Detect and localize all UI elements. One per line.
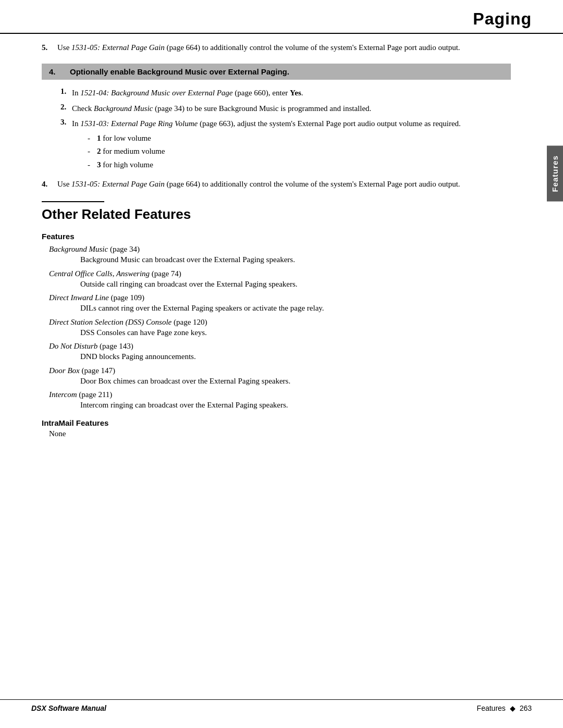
feature-page-bg-music: (page 34) — [110, 245, 140, 253]
feature-name-bg-music: Background Music — [49, 245, 108, 253]
step-4b-text: Use 1531-05: External Page Gain (page 66… — [57, 180, 460, 188]
feature-desc-co-calls: Outside call ringing can broadcast over … — [80, 278, 511, 290]
step-4b-number: 4. — [42, 180, 47, 189]
sub-step-2-num: 2. — [60, 103, 72, 112]
feature-desc-dnd: DND blocks Paging announcements. — [80, 351, 511, 363]
feature-page-dss: (page 120) — [174, 318, 207, 326]
feature-name-doorbox: Door Box — [49, 366, 80, 375]
step-4-title: Optionally enable Background Music over … — [70, 67, 289, 76]
sub-step-1-num: 1. — [60, 87, 72, 96]
section-divider — [42, 201, 104, 202]
feature-item-dnd: Do Not Disturb (page 143) DND blocks Pag… — [49, 342, 511, 363]
features-section: Features Background Music (page 34) Back… — [42, 232, 511, 438]
other-related-title: Other Related Features — [42, 206, 511, 223]
step-5-number: 5. — [42, 43, 47, 52]
sub-step-3-content: In 1531-03: External Page Ring Volume (p… — [72, 118, 461, 174]
feature-page-dil: (page 109) — [111, 293, 144, 302]
intramail-heading: IntraMail Features — [42, 418, 511, 427]
step-4-number: 4. — [49, 67, 59, 76]
feature-desc-dss: DSS Consoles can have Page zone keys. — [80, 327, 511, 339]
step-4-header: 4. Optionally enable Background Music ov… — [42, 64, 511, 80]
sub-steps: 1. In 1521-04: Background Music over Ext… — [42, 87, 511, 174]
footer-features-label: Features — [477, 704, 506, 712]
page-title: Paging — [473, 9, 532, 29]
feature-item-doorbox: Door Box (page 147) Door Box chimes can … — [49, 366, 511, 387]
footer-right: Features ◆ 263 — [477, 704, 532, 712]
volume-list: 1 for low volume 2 for medium volume 3 f… — [72, 132, 461, 172]
feature-name-co-calls: Central Office Calls, Answering — [49, 269, 150, 278]
main-content: 5. Use 1531-05: External Page Gain (page… — [0, 43, 563, 438]
feature-item-dil: Direct Inward Line (page 109) DILs canno… — [49, 293, 511, 314]
features-heading: Features — [42, 232, 511, 241]
footer-page-number: 263 — [520, 704, 532, 712]
side-tab: Features — [547, 146, 563, 202]
step-4b-block: 4. Use 1531-05: External Page Gain (page… — [42, 180, 511, 189]
feature-item-dss: Direct Station Selection (DSS) Console (… — [49, 318, 511, 339]
sub-step-3: 3. In 1531-03: External Page Ring Volume… — [60, 118, 511, 174]
sub-step-1-content: In 1521-04: Background Music over Extern… — [72, 87, 303, 99]
intramail-none: None — [49, 429, 511, 438]
volume-item-2: 2 for medium volume — [88, 145, 461, 158]
footer: DSX Software Manual Features ◆ 263 — [0, 699, 563, 712]
feature-desc-dil: DILs cannot ring over the External Pagin… — [80, 302, 511, 314]
step-5-block: 5. Use 1531-05: External Page Gain (page… — [42, 43, 511, 52]
volume-item-3: 3 for high volume — [88, 158, 461, 172]
feature-desc-intercom: Intercom ringing can broadcast over the … — [80, 399, 511, 411]
sub-step-3-num: 3. — [60, 118, 72, 127]
feature-item-bg-music: Background Music (page 34) Background Mu… — [49, 245, 511, 266]
step-5-italic: 1531-05: External Page Gain — [71, 43, 165, 52]
feature-page-doorbox: (page 147) — [82, 366, 116, 375]
feature-page-intercom: (page 211) — [79, 390, 112, 399]
volume-item-1: 1 for low volume — [88, 132, 461, 145]
step-5-text: Use 1531-05: External Page Gain (page 66… — [57, 43, 460, 52]
feature-page-co-calls: (page 74) — [152, 269, 181, 278]
footer-left: DSX Software Manual — [31, 704, 106, 712]
feature-name-dnd: Do Not Disturb — [49, 342, 97, 350]
feature-name-intercom: Intercom — [49, 390, 77, 399]
sub-step-2-content: Check Background Music (page 34) to be s… — [72, 103, 371, 115]
feature-name-dss: Direct Station Selection (DSS) Console — [49, 318, 172, 326]
title-bar: Paging — [0, 0, 563, 34]
feature-desc-bg-music: Background Music can broadcast over the … — [80, 254, 511, 266]
feature-item-co-calls: Central Office Calls, Answering (page 74… — [49, 269, 511, 290]
page-container: Paging Features 5. Use 1531-05: External… — [0, 0, 563, 728]
feature-name-dil: Direct Inward Line — [49, 293, 109, 302]
footer-diamond: ◆ — [510, 704, 516, 712]
sub-step-2: 2. Check Background Music (page 34) to b… — [60, 103, 511, 115]
feature-page-dnd: (page 143) — [100, 342, 133, 350]
sub-step-1: 1. In 1521-04: Background Music over Ext… — [60, 87, 511, 99]
feature-item-intercom: Intercom (page 211) Intercom ringing can… — [49, 390, 511, 411]
feature-desc-doorbox: Door Box chimes can broadcast over the E… — [80, 375, 511, 387]
